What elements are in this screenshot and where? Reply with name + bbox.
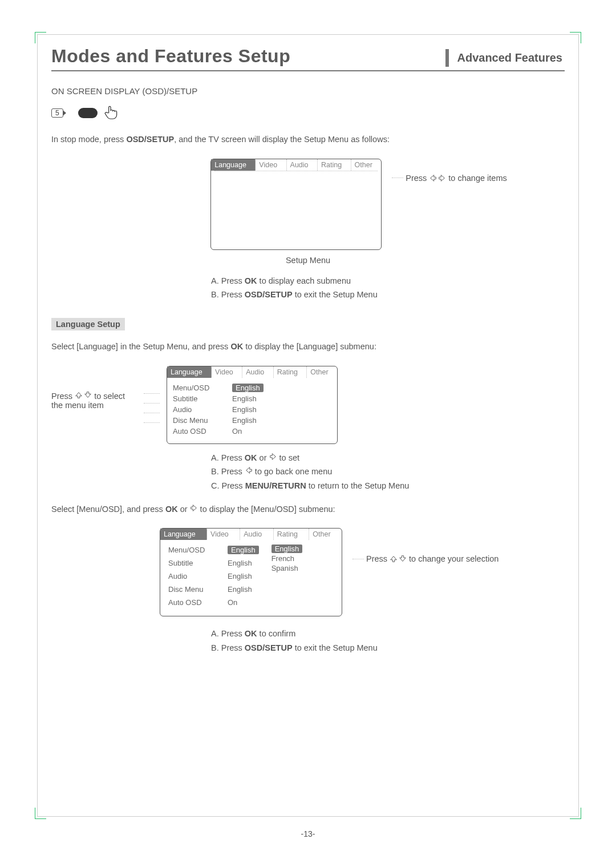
osd-tab-rating[interactable]: Rating [318,159,351,171]
left-callout: Press to select the menu item [51,366,137,410]
lang-row-discmenu[interactable]: Disc MenuEnglish [173,415,331,426]
lang2-row-discmenu[interactable]: Disc MenuEnglish [168,584,259,595]
osd-tab-other[interactable]: Other [351,159,382,171]
lang-row-menuosd[interactable]: Menu/OSDEnglish [173,382,331,393]
remote-key-5: 5 [51,108,63,118]
callout-ticks [144,366,160,423]
osd-tab-audio[interactable]: Audio [242,366,273,378]
osd-tab-audio[interactable]: Audio [240,529,273,540]
menuosd-intro: Select [Menu/OSD], and press OK or to di… [51,503,565,516]
menuosd-submenu-box: Language Video Audio Rating Other Menu/O… [160,528,342,616]
osd-heading: ON SCREEN DISPLAY (OSD)/SETUP [51,86,565,96]
osd-tab-language[interactable]: Language [211,159,256,171]
option-spanish[interactable]: Spanish [271,564,303,572]
osd-tab-language[interactable]: Language [167,366,212,378]
osd-tab-audio[interactable]: Audio [287,159,318,171]
option-french[interactable]: French [271,554,303,563]
osd-tab-other[interactable]: Other [307,366,337,378]
lang-row-audio[interactable]: AudioEnglish [173,404,331,415]
section-tab: Advanced Features [445,49,570,67]
osd-tab-other[interactable]: Other [309,529,342,540]
setup-menu-caption: Setup Menu [286,256,330,265]
step2-a: A. Press OK or to set [211,451,565,465]
language-setup-heading: Language Setup [51,318,125,330]
remote-button-row: 5 [51,104,565,122]
intro-text: In stop mode, press OSD/SETUP, and the T… [51,134,565,146]
crop-mark [35,808,46,819]
hand-pointer-icon [103,104,119,122]
osd-tab-video[interactable]: Video [212,366,242,378]
lang-row-autoosd[interactable]: Auto OSDOn [173,426,331,437]
lang2-row-subtitle[interactable]: SubtitleEnglish [168,558,259,568]
arrow-left-right-icon [429,174,446,182]
step-a: A. Press OK to display each submenu [211,274,378,288]
page-number: -13- [0,829,616,838]
remote-button-icon [78,108,98,118]
step-b: B. Press OSD/SETUP to exit the Setup Men… [211,288,378,302]
setup-menu-box: Language Video Audio Rating Other [210,159,382,250]
arrow-right-icon [269,453,277,461]
option-english[interactable]: English [271,545,303,553]
lang-row-subtitle[interactable]: SubtitleEnglish [173,393,331,404]
lang2-row-menuosd[interactable]: Menu/OSDEnglish [168,545,259,555]
step3-a: A. Press OK to confirm [211,627,565,641]
crop-mark [570,808,581,819]
callout-change-selection-text: to change your selection [409,554,499,563]
callout-change-items-text: to change items [448,174,506,183]
step2-c: C. Press MENU/RETURN to return to the Se… [211,479,565,493]
osd-tab-language[interactable]: Language [160,529,207,540]
language-intro: Select [Language] in the Setup Menu, and… [51,341,565,353]
callout-change-items: Press [406,174,427,183]
osd-tab-video[interactable]: Video [207,529,240,540]
page-title: Modes and Features Setup [51,46,290,67]
arrow-up-down-icon [390,555,407,563]
arrow-up-down-icon [75,391,92,399]
arrow-left-icon [245,466,253,474]
lang2-row-audio[interactable]: AudioEnglish [168,571,259,582]
lang2-row-autoosd[interactable]: Auto OSDOn [168,597,259,608]
osd-tab-rating[interactable]: Rating [274,366,307,378]
step3-b: B. Press OSD/SETUP to exit the Setup Men… [211,641,565,655]
title-rule [51,70,565,71]
language-submenu-box: Language Video Audio Rating Other Menu/O… [167,366,338,444]
callout-change-selection: Press [366,554,387,563]
step2-b: B. Press to go back one menu [211,465,565,479]
osd-tab-video[interactable]: Video [256,159,286,171]
arrow-right-icon [190,504,198,512]
osd-tab-rating[interactable]: Rating [274,529,310,540]
